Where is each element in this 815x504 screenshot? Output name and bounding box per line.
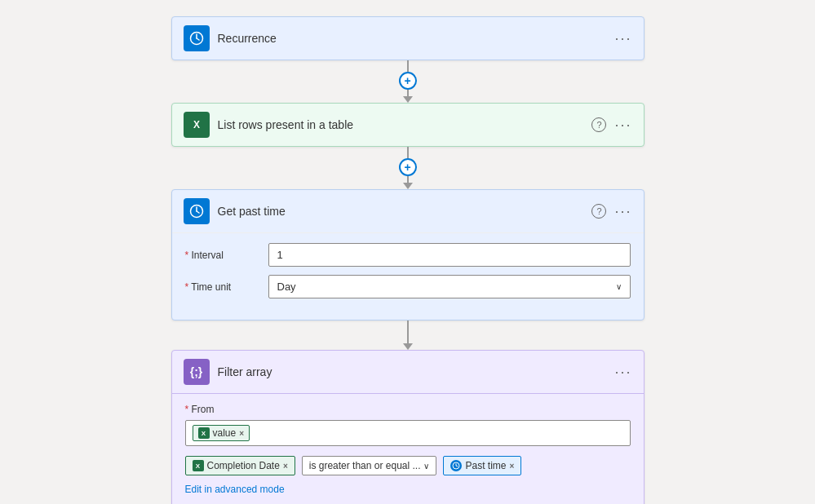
list-rows-title: List rows present in a table: [218, 118, 584, 131]
completion-date-close[interactable]: ×: [283, 462, 288, 471]
line-top-2: [407, 147, 409, 158]
get-past-time-card: Get past time ? ··· Interval Time unit D…: [171, 189, 644, 321]
simple-arrow-1: [403, 343, 413, 350]
list-rows-icon-box: X: [184, 112, 210, 138]
line-bottom-1: [407, 90, 409, 96]
edit-advanced-link[interactable]: Edit in advanced mode: [185, 484, 285, 495]
past-time-clock-icon: [450, 460, 462, 471]
svg-line-5: [197, 211, 199, 213]
value-tag-label: value: [213, 427, 237, 439]
value-tag-excel-icon: X: [198, 427, 210, 439]
excel-icon: X: [193, 119, 199, 130]
past-time-tag: Past time ×: [443, 456, 521, 475]
recurrence-ellipsis[interactable]: ···: [614, 30, 631, 47]
connector-add-2[interactable]: +: [399, 147, 417, 189]
svg-line-2: [197, 38, 199, 40]
condition-row: X Completion Date × is greater than or e…: [185, 456, 631, 475]
list-rows-header: X List rows present in a table ? ···: [172, 104, 644, 146]
list-rows-help[interactable]: ?: [591, 117, 606, 132]
filter-braces-icon: {;}: [190, 365, 203, 378]
operator-select[interactable]: is greater than or equal ... ∨: [302, 456, 437, 475]
add-button-2[interactable]: +: [399, 158, 417, 176]
line-bottom-2: [407, 176, 409, 183]
filter-array-ellipsis[interactable]: ···: [614, 364, 631, 381]
list-rows-ellipsis[interactable]: ···: [614, 117, 631, 134]
operator-chevron: ∨: [423, 462, 429, 471]
list-rows-card: X List rows present in a table ? ···: [171, 103, 644, 147]
arrow-1: [403, 96, 413, 103]
list-rows-actions: ? ···: [591, 117, 631, 134]
svg-line-8: [456, 466, 458, 466]
completion-date-label: Completion Date: [207, 460, 280, 471]
filter-array-icon-box: {;}: [184, 359, 210, 385]
filter-array-header: {;} Filter array ···: [172, 351, 644, 393]
time-unit-value: Day: [277, 281, 296, 293]
simple-line-1: [407, 321, 409, 343]
value-tag-close[interactable]: ×: [239, 429, 244, 438]
simple-connector-1: [403, 321, 413, 350]
add-button-1[interactable]: +: [399, 72, 417, 90]
flow-canvas: Recurrence ··· + X List rows present in …: [0, 0, 815, 504]
past-time-label: Past time: [465, 460, 506, 471]
filter-array-title: Filter array: [218, 365, 607, 378]
recurrence-icon-box: [184, 25, 210, 51]
recurrence-card: Recurrence ···: [171, 16, 644, 60]
get-past-time-header: Get past time ? ···: [172, 190, 644, 232]
interval-label: Interval: [185, 250, 259, 261]
recurrence-header: Recurrence ···: [172, 17, 644, 60]
from-section: From X value ×: [185, 404, 631, 446]
filter-array-card: {;} Filter array ··· From X value ×: [171, 350, 644, 504]
get-past-time-title: Get past time: [218, 205, 584, 218]
arrow-2: [403, 183, 413, 189]
get-past-time-body: Interval Time unit Day ∨: [172, 232, 644, 320]
completion-date-excel-icon: X: [193, 460, 204, 471]
filter-array-actions: ···: [614, 364, 631, 381]
recurrence-actions: ···: [614, 30, 631, 47]
get-past-time-actions: ? ···: [591, 203, 631, 220]
line-top-1: [407, 60, 409, 72]
connector-add-1[interactable]: +: [399, 60, 417, 103]
time-unit-label: Time unit: [185, 281, 259, 293]
clock-icon: [189, 31, 204, 46]
get-past-time-clock-icon: [189, 204, 204, 219]
get-past-time-ellipsis[interactable]: ···: [614, 203, 631, 220]
interval-row: Interval: [185, 243, 631, 267]
value-tag: X value ×: [193, 425, 250, 441]
filter-array-body: From X value × X Completion Date × is gr…: [172, 393, 644, 504]
time-unit-chevron: ∨: [616, 282, 622, 291]
from-tag-input[interactable]: X value ×: [185, 420, 631, 446]
from-label: From: [185, 404, 631, 415]
get-past-time-icon-box: [184, 198, 210, 224]
recurrence-title: Recurrence: [218, 32, 607, 45]
time-unit-select[interactable]: Day ∨: [268, 275, 631, 298]
interval-input[interactable]: [268, 243, 631, 267]
past-time-close[interactable]: ×: [510, 462, 515, 471]
operator-label: is greater than or equal ...: [309, 460, 421, 471]
get-past-time-help[interactable]: ?: [591, 204, 606, 219]
completion-date-tag: X Completion Date ×: [185, 456, 295, 475]
time-unit-row: Time unit Day ∨: [185, 275, 631, 298]
